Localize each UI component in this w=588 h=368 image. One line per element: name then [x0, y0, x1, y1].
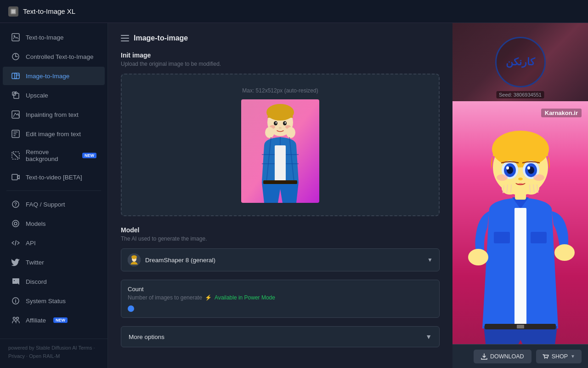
models-icon: [11, 219, 20, 228]
shop-label: SHOP: [552, 353, 568, 360]
inpainting-icon: [11, 110, 20, 119]
sidebar-item-affiliate[interactable]: Affiliate NEW: [3, 311, 105, 329]
shop-button[interactable]: SHOP ▼: [536, 350, 582, 363]
sidebar-item-api[interactable]: API: [3, 234, 105, 252]
sidebar-item-controlled-text-to-image[interactable]: Controlled Text-to-Image: [3, 47, 105, 66]
upscale-icon: [11, 91, 20, 100]
logo-icon: [8, 6, 18, 17]
sidebar-item-edit-image[interactable]: Edit image from text: [3, 125, 105, 143]
preview-top: کارنکن Seed: 3806934551: [452, 23, 588, 101]
shop-arrow-icon: ▼: [571, 354, 575, 359]
remove-bg-icon: [11, 151, 20, 160]
sidebar-item-text-to-image[interactable]: Text-to-Image: [3, 28, 105, 46]
sidebar-label: Text-to-Image: [26, 34, 64, 41]
svg-point-28: [276, 122, 277, 123]
svg-line-75: [530, 185, 530, 192]
main-content: Image-to-image Init image Upload the ori…: [108, 23, 588, 368]
svg-point-62: [518, 178, 523, 180]
svg-point-44: [131, 255, 137, 259]
count-slider[interactable]: [128, 305, 134, 312]
page-header: Image-to-image: [121, 34, 440, 42]
hamburger-button[interactable]: [121, 35, 129, 41]
lightning-icon: ⚡: [205, 294, 212, 301]
svg-point-68: [502, 182, 518, 195]
app-logo[interactable]: Text-to-Image XL: [8, 6, 75, 17]
sidebar-label: Discord: [26, 278, 47, 285]
svg-line-12: [13, 153, 18, 158]
sidebar-divider: [6, 190, 101, 191]
preview-main: Karnakon.ir: [452, 101, 588, 344]
svg-rect-40: [275, 145, 286, 182]
text-to-image-icon: [11, 33, 20, 42]
svg-point-32: [279, 127, 282, 129]
sidebar-item-system-status[interactable]: i System Status: [3, 292, 105, 310]
sidebar-label: API: [26, 240, 36, 247]
svg-rect-8: [14, 93, 19, 98]
edit-image-icon: [11, 129, 20, 138]
controlled-text-icon: [11, 52, 20, 61]
sidebar-label: Twitter: [26, 259, 44, 266]
watermark-circle: کارنکن: [495, 37, 546, 87]
count-subtext: Number of images to generate ⚡ Available…: [128, 294, 433, 301]
svg-rect-1: [11, 10, 15, 13]
model-avatar: [128, 253, 141, 266]
init-image-section: Init image Upload the original image to …: [121, 52, 440, 216]
sidebar-item-image-to-image[interactable]: Image-to-Image: [3, 67, 105, 85]
sidebar-item-upscale[interactable]: Upscale: [3, 86, 105, 104]
count-header: Count: [128, 286, 433, 293]
watermark-overlay: کارنکن: [452, 23, 588, 101]
model-name: DreamShaper 8 (general): [145, 257, 423, 264]
svg-line-18: [15, 241, 16, 245]
sidebar-item-models[interactable]: Models: [3, 214, 105, 233]
sidebar-item-text-to-video[interactable]: Text-to-video [BETA]: [3, 168, 105, 186]
system-status-icon: i: [11, 296, 20, 305]
model-dropdown[interactable]: DreamShaper 8 (general) ▼: [121, 248, 440, 271]
download-button[interactable]: DOWNLOAD: [474, 350, 531, 363]
svg-point-33: [265, 127, 274, 138]
count-title: Count: [128, 286, 144, 293]
svg-point-65: [518, 183, 523, 185]
download-icon: [481, 353, 487, 360]
twitter-icon: [11, 258, 20, 267]
svg-point-66: [554, 244, 575, 261]
sidebar-item-twitter[interactable]: Twitter: [3, 253, 105, 271]
svg-point-67: [468, 249, 488, 265]
svg-rect-5: [12, 73, 17, 79]
svg-point-17: [14, 222, 17, 225]
uploaded-image: [241, 99, 319, 203]
sidebar-label: Upscale: [26, 92, 48, 99]
sidebar-label: System Status: [26, 298, 66, 305]
more-options-bar[interactable]: More options ▼: [121, 326, 440, 347]
sidebar-item-inpainting[interactable]: Inpainting from text: [3, 105, 105, 124]
svg-rect-13: [12, 174, 17, 180]
sidebar-item-remove-background[interactable]: Remove background NEW: [3, 144, 105, 167]
svg-point-3: [14, 35, 15, 37]
faq-icon: ?: [11, 200, 20, 209]
svg-point-16: [12, 220, 19, 227]
sidebar-label: Remove background: [26, 149, 75, 162]
svg-point-29: [285, 122, 286, 123]
download-label: DOWNLOAD: [490, 353, 524, 360]
svg-text:?: ?: [14, 202, 17, 207]
svg-point-22: [17, 317, 19, 320]
model-section: Model The AI used to generate the image.…: [121, 226, 440, 271]
app-title: Text-to-Image XL: [23, 7, 75, 15]
affiliate-badge: NEW: [53, 317, 68, 323]
sidebar-item-faq[interactable]: ? FAQ / Support: [3, 195, 105, 213]
affiliate-icon: [11, 316, 20, 325]
sidebar-label: Controlled Text-to-Image: [26, 53, 94, 60]
dropdown-arrow-icon: ▼: [427, 257, 433, 263]
sidebar-label: Edit image from text: [26, 131, 81, 138]
sidebar-item-discord[interactable]: Discord: [3, 272, 105, 291]
right-panel: کارنکن Seed: 3806934551: [452, 23, 588, 368]
topbar: Text-to-Image XL: [0, 0, 588, 23]
site-watermark: Karnakon.ir: [541, 109, 582, 117]
upload-area[interactable]: Max: 512x512px (auto-resized): [121, 74, 440, 216]
text-to-video-icon: [11, 172, 20, 182]
chevron-down-icon: ▼: [425, 333, 432, 340]
svg-point-77: [547, 358, 548, 359]
page-title: Image-to-image: [134, 34, 188, 42]
svg-point-34: [286, 127, 295, 138]
new-badge: NEW: [82, 153, 96, 158]
model-title: Model: [121, 226, 440, 234]
